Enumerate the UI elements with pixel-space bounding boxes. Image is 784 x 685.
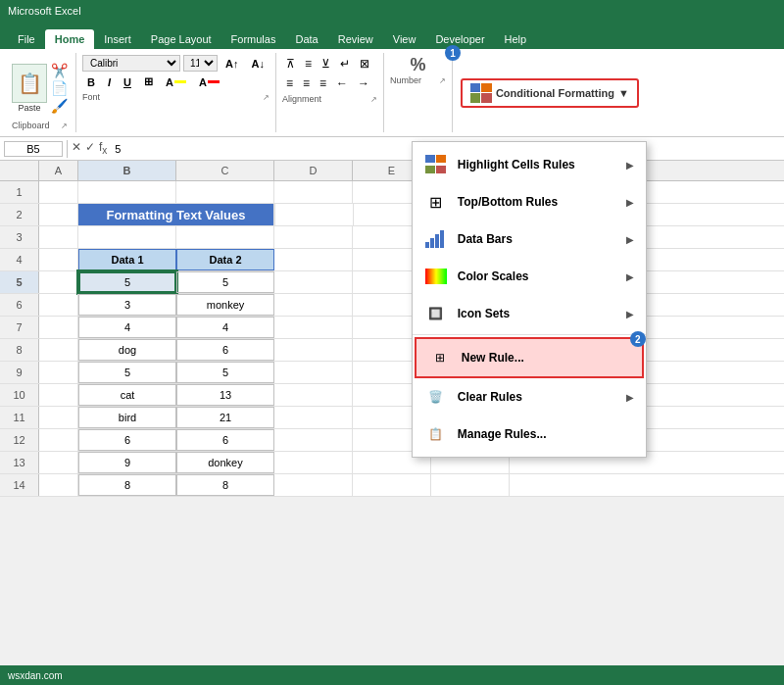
cell-d2[interactable] <box>275 204 354 225</box>
border-button[interactable]: ⊞ <box>139 73 158 90</box>
cell-a5[interactable] <box>39 271 78 293</box>
cell-d7[interactable] <box>274 317 353 338</box>
cell-b1[interactable] <box>78 181 176 203</box>
menu-item-clearrules[interactable]: 🗑️ Clear Rules ▶ <box>413 378 646 416</box>
cell-c4[interactable]: Data 2 <box>176 249 274 270</box>
tab-formulas[interactable]: Formulas <box>221 29 286 49</box>
cell-c13[interactable]: donkey <box>176 452 274 473</box>
cell-b2[interactable]: Formatting Text Values <box>78 204 274 225</box>
cell-a12[interactable] <box>39 429 78 451</box>
menu-item-colorscales[interactable]: Color Scales ▶ <box>413 258 646 295</box>
cell-f14[interactable] <box>431 474 510 496</box>
italic-button[interactable]: I <box>103 74 116 90</box>
cell-b8[interactable]: dog <box>78 339 176 361</box>
align-bottom-button[interactable]: ⊻ <box>318 55 334 73</box>
font-name-select[interactable]: Calibri <box>82 55 180 72</box>
cell-d12[interactable] <box>274 429 353 451</box>
cell-a11[interactable] <box>39 407 78 428</box>
cell-a8[interactable] <box>39 339 78 361</box>
cell-b12[interactable]: 6 <box>78 429 176 451</box>
percent-button[interactable]: % <box>410 55 425 75</box>
cell-b14[interactable]: 8 <box>78 474 176 496</box>
cell-b6[interactable]: 3 <box>78 294 176 316</box>
cell-a9[interactable] <box>39 362 78 383</box>
cell-a3[interactable] <box>39 226 78 248</box>
menu-item-newrule[interactable]: 2 ⊞ New Rule... <box>415 337 644 378</box>
number-expand-icon[interactable]: ↗ <box>439 76 446 85</box>
cell-d14[interactable] <box>274 474 353 496</box>
cell-b13[interactable]: 9 <box>78 452 176 473</box>
paste-button[interactable]: 📋 Paste <box>12 64 47 113</box>
tab-view[interactable]: View <box>383 29 426 49</box>
cell-c10[interactable]: 13 <box>176 384 274 406</box>
cell-b4[interactable]: Data 1 <box>78 249 176 270</box>
cell-c7[interactable]: 4 <box>176 317 274 338</box>
menu-item-databars[interactable]: Data Bars ▶ <box>413 220 646 258</box>
cell-reference-input[interactable] <box>4 141 63 157</box>
cell-d9[interactable] <box>274 362 353 383</box>
increase-font-button[interactable]: A↑ <box>220 56 243 72</box>
cell-b9[interactable]: 5 <box>78 362 176 383</box>
font-expand-icon[interactable]: ↗ <box>263 93 270 102</box>
tab-file[interactable]: File <box>8 29 45 49</box>
cell-c12[interactable]: 6 <box>176 429 274 451</box>
cell-d10[interactable] <box>274 384 353 406</box>
tab-pagelayout[interactable]: Page Layout <box>141 29 221 49</box>
cell-d11[interactable] <box>274 407 353 428</box>
insert-function-icon[interactable]: fx <box>99 140 107 156</box>
cell-d1[interactable] <box>274 181 353 203</box>
cell-b7[interactable]: 4 <box>78 317 176 338</box>
cell-d13[interactable] <box>274 452 353 473</box>
cell-b10[interactable]: cat <box>78 384 176 406</box>
cell-c3[interactable] <box>176 226 274 248</box>
cell-b11[interactable]: bird <box>78 407 176 428</box>
cell-b3[interactable] <box>78 226 176 248</box>
cell-a1[interactable] <box>39 181 78 203</box>
align-left-button[interactable]: ≡ <box>282 74 297 92</box>
menu-item-highlight[interactable]: Highlight Cells Rules ▶ <box>413 146 646 183</box>
cell-a2[interactable] <box>39 204 78 225</box>
tab-developer[interactable]: Developer <box>425 29 494 49</box>
cell-c11[interactable]: 21 <box>176 407 274 428</box>
font-size-select[interactable]: 11 <box>183 55 218 72</box>
indent-decrease-button[interactable]: ← <box>332 74 352 92</box>
cell-a10[interactable] <box>39 384 78 406</box>
bold-button[interactable]: B <box>82 74 100 90</box>
merge-button[interactable]: ⊠ <box>356 55 373 73</box>
cut-button[interactable]: ✂️ <box>51 63 68 78</box>
cell-c5[interactable]: 5 <box>176 271 274 293</box>
cell-d5[interactable] <box>274 271 353 293</box>
cell-e14[interactable] <box>353 474 431 496</box>
cell-c6[interactable]: monkey <box>176 294 274 316</box>
cell-c14[interactable]: 8 <box>176 474 274 496</box>
fill-color-button[interactable]: A <box>161 74 191 90</box>
alignment-expand-icon[interactable]: ↗ <box>370 95 377 104</box>
tab-data[interactable]: Data <box>285 29 327 49</box>
clipboard-expand-icon[interactable]: ↗ <box>61 122 68 130</box>
cell-c1[interactable] <box>176 181 274 203</box>
menu-item-topbottom[interactable]: ⊞ Top/Bottom Rules ▶ <box>413 183 646 220</box>
indent-increase-button[interactable]: → <box>354 74 373 92</box>
decrease-font-button[interactable]: A↓ <box>246 56 269 72</box>
menu-item-iconsets[interactable]: 🔲 Icon Sets ▶ <box>413 295 646 332</box>
copy-button[interactable]: 📄 <box>51 80 68 96</box>
font-color-button[interactable]: A <box>194 74 224 90</box>
cell-a7[interactable] <box>39 317 78 338</box>
cell-a6[interactable] <box>39 294 78 316</box>
tab-insert[interactable]: Insert <box>94 29 141 49</box>
cancel-formula-icon[interactable]: ✕ <box>72 140 81 156</box>
align-top-button[interactable]: ⊼ <box>282 55 299 73</box>
confirm-formula-icon[interactable]: ✓ <box>85 140 95 156</box>
underline-button[interactable]: U <box>119 74 136 90</box>
align-right-button[interactable]: ≡ <box>316 74 330 92</box>
cell-a4[interactable] <box>39 249 78 270</box>
cell-b5[interactable]: 5 <box>78 271 176 293</box>
align-middle-button[interactable]: ≡ <box>301 55 316 73</box>
cell-d8[interactable] <box>274 339 353 361</box>
menu-item-managerules[interactable]: 📋 Manage Rules... <box>413 416 646 453</box>
cell-d4[interactable] <box>274 249 353 270</box>
tab-home[interactable]: Home <box>45 29 95 49</box>
tab-help[interactable]: Help <box>495 29 537 49</box>
align-center-button[interactable]: ≡ <box>299 74 314 92</box>
cell-d6[interactable] <box>274 294 353 316</box>
